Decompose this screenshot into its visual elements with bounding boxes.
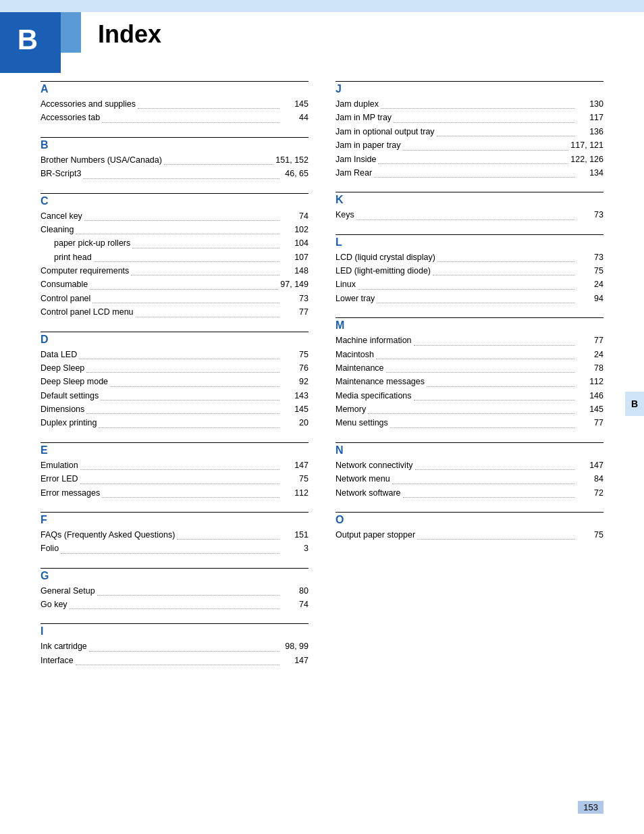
entry-dots <box>76 234 279 234</box>
entry-text: Maintenance messages <box>336 375 425 388</box>
entry-text: Computer requirements <box>41 265 129 278</box>
index-entry: Deep Sleep mode92 <box>41 375 308 388</box>
entry-dots <box>374 177 574 178</box>
entry-text: Cleaning <box>41 224 74 236</box>
entry-text: General Setup <box>41 585 95 598</box>
entry-text: Dimensions <box>41 403 84 416</box>
index-entry: Consumable97, 149 <box>41 278 308 291</box>
entry-text: Jam in paper tray <box>336 139 401 152</box>
entry-text: Control panel LCD menu <box>41 306 134 319</box>
entry-text: Go key <box>41 598 68 611</box>
entry-dots <box>177 539 279 540</box>
section-header: K <box>336 192 603 206</box>
entry-page: 77 <box>281 306 308 319</box>
entry-dots <box>86 413 279 414</box>
section-letter: K <box>336 194 603 206</box>
index-entry: BR-Script346, 65 <box>41 167 308 180</box>
entry-text: Memory <box>336 403 366 416</box>
entry-text: Emulation <box>41 459 78 472</box>
index-entry: LED (light-emitting diode)75 <box>336 265 603 278</box>
entry-text: Deep Sleep <box>41 362 84 375</box>
entry-dots <box>414 400 574 400</box>
entry-text: Default settings <box>41 390 99 402</box>
entry-text: Brother Numbers (USA/Canada) <box>41 154 162 167</box>
index-entry: print head107 <box>41 251 308 264</box>
entry-dots <box>390 427 574 428</box>
section-letter: D <box>41 334 308 346</box>
section-header: M <box>336 317 603 332</box>
chapter-letter-box: B <box>7 19 49 61</box>
index-entry: Computer requirements148 <box>41 265 308 278</box>
entry-page: 74 <box>281 210 308 223</box>
index-entry: Jam duplex130 <box>336 98 603 111</box>
index-entry: Jam in optional output tray136 <box>336 126 603 138</box>
section-header: E <box>41 442 308 457</box>
entry-page: 78 <box>576 362 603 375</box>
section-j: JJam duplex130Jam in MP tray117Jam in op… <box>336 81 603 180</box>
index-entry: Accessories and supplies145 <box>41 98 308 111</box>
index-entry: Error LED75 <box>41 473 308 486</box>
entry-text: Ink cartridge <box>41 640 87 653</box>
section-header: I <box>41 623 308 637</box>
section-n: NNetwork connectivity147Network menu84Ne… <box>336 442 603 500</box>
entry-page: 74 <box>281 598 308 611</box>
section-letter: M <box>336 319 603 332</box>
entry-page: 73 <box>576 209 603 221</box>
entry-page: 146 <box>576 390 603 402</box>
index-entry: Linux24 <box>336 278 603 291</box>
index-entry: Jam Inside122, 126 <box>336 153 603 166</box>
entry-page: 104 <box>281 237 308 250</box>
entry-page: 97, 149 <box>280 278 308 291</box>
section-letter: F <box>41 514 308 526</box>
entry-text: print head <box>54 251 92 264</box>
section-header: L <box>336 234 603 249</box>
entry-text: Jam in optional output tray <box>336 126 435 138</box>
entry-page: 107 <box>281 251 308 264</box>
entry-page: 77 <box>576 334 603 347</box>
entry-page: 92 <box>281 375 308 388</box>
index-entry: Memory145 <box>336 403 603 416</box>
right-column: JJam duplex130Jam in MP tray117Jam in op… <box>336 81 603 679</box>
entry-dots <box>86 372 279 373</box>
entry-page: 75 <box>576 529 603 542</box>
entry-dots <box>132 248 279 249</box>
section-c: CCancel key74Cleaning102paper pick-up ro… <box>41 193 308 319</box>
entry-page: 148 <box>281 265 308 278</box>
index-entry: Data LED75 <box>41 348 308 361</box>
section-letter: A <box>41 83 308 95</box>
entry-page: 143 <box>281 390 308 402</box>
section-letter: J <box>336 83 603 95</box>
section-letter: G <box>41 570 308 582</box>
index-entry: Go key74 <box>41 598 308 611</box>
entry-dots <box>394 122 574 123</box>
entry-page: 145 <box>281 403 308 416</box>
index-entry: Interface147 <box>41 654 308 667</box>
section-header: J <box>336 81 603 95</box>
entry-page: 147 <box>281 459 308 472</box>
index-entry: Output paper stopper75 <box>336 529 603 542</box>
index-entry: Emulation147 <box>41 459 308 472</box>
index-entry: Network software72 <box>336 487 603 500</box>
entry-page: 20 <box>281 417 308 429</box>
entry-page: 73 <box>576 251 603 264</box>
index-entry: Network connectivity147 <box>336 459 603 472</box>
index-entry: Jam in paper tray117, 121 <box>336 139 603 152</box>
entry-page: 117, 121 <box>570 139 603 152</box>
entry-dots <box>101 400 279 400</box>
entry-dots <box>79 359 279 359</box>
page-number: 153 <box>578 801 603 814</box>
entry-dots <box>110 386 279 387</box>
entry-page: 122, 126 <box>570 153 603 166</box>
index-entry: Macintosh24 <box>336 348 603 361</box>
entry-dots <box>99 427 279 428</box>
entry-text: Media specifications <box>336 390 412 402</box>
entry-text: Machine information <box>336 334 412 347</box>
entry-dots <box>381 108 574 109</box>
entry-dots <box>386 372 574 373</box>
index-entry: Duplex printing20 <box>41 417 308 429</box>
index-entry: Control panel LCD menu77 <box>41 306 308 319</box>
index-entry: Accessories tab44 <box>41 111 308 124</box>
entry-page: 24 <box>576 348 603 361</box>
section-b: BBrother Numbers (USA/Canada)151, 152BR-… <box>41 137 308 181</box>
section-g: GGeneral Setup80Go key74 <box>41 568 308 612</box>
